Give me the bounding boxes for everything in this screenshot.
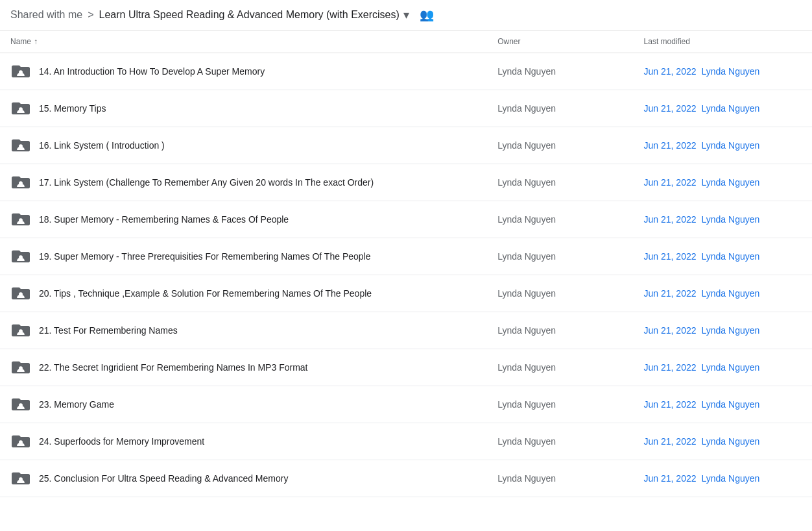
shared-folder-icon	[10, 172, 31, 193]
table-row[interactable]: 23. Memory Game Lynda Nguyen Jun 21, 202…	[0, 386, 812, 423]
owner-cell: Lynda Nguyen	[487, 386, 633, 423]
shared-folder-icon	[10, 394, 31, 415]
owner-cell: Lynda Nguyen	[487, 164, 633, 201]
file-name-cell: 20. Tips , Technique ,Example & Solution…	[10, 283, 477, 304]
modified-date: Jun 21, 2022	[644, 66, 697, 77]
modified-date: Jun 21, 2022	[644, 251, 697, 262]
modified-by: Lynda Nguyen	[702, 399, 760, 410]
breadcrumb-course-title: Learn Ultra Speed Reading & Advanced Mem…	[99, 9, 400, 21]
modified-date: Jun 21, 2022	[644, 473, 697, 484]
name-column-header: Name	[10, 37, 31, 46]
table-row[interactable]: 21. Test For Remembering Names Lynda Ngu…	[0, 312, 812, 349]
file-name-cell: 15. Memory Tips	[10, 98, 477, 119]
modified-by: Lynda Nguyen	[702, 362, 760, 373]
file-name-cell: 18. Super Memory - Remembering Names & F…	[10, 209, 477, 230]
modified-cell: Jun 21, 2022 Lynda Nguyen	[634, 275, 812, 312]
file-name-cell: 21. Test For Remembering Names	[10, 320, 477, 341]
table-row[interactable]: 16. Link System ( Introduction ) Lynda N…	[0, 127, 812, 164]
table-row[interactable]: 22. The Secret Ingridient For Rememberin…	[0, 349, 812, 386]
modified-date: Jun 21, 2022	[644, 140, 697, 151]
modified-by: Lynda Nguyen	[702, 66, 760, 77]
shared-folder-icon	[10, 320, 31, 341]
table-row[interactable]: 20. Tips , Technique ,Example & Solution…	[0, 275, 812, 312]
modified-by: Lynda Nguyen	[702, 436, 760, 447]
file-name: 18. Super Memory - Remembering Names & F…	[39, 214, 289, 225]
modified-by: Lynda Nguyen	[702, 251, 760, 262]
file-name: 24. Superfoods for Memory Improvement	[39, 436, 204, 447]
breadcrumb-current: Learn Ultra Speed Reading & Advanced Mem…	[99, 8, 409, 22]
table-row[interactable]: 14. An Introduction To How To Develop A …	[0, 53, 812, 90]
shared-folder-icon	[10, 98, 31, 119]
owner-cell: Lynda Nguyen	[487, 460, 633, 497]
shared-folder-icon	[10, 431, 31, 452]
table-row[interactable]: 19. Super Memory - Three Prerequisities …	[0, 238, 812, 275]
owner-column-header: Owner	[487, 31, 633, 53]
modified-cell: Jun 21, 2022 Lynda Nguyen	[634, 238, 812, 275]
breadcrumb-shared-link[interactable]: Shared with me	[10, 9, 82, 21]
modified-cell: Jun 21, 2022 Lynda Nguyen	[634, 386, 812, 423]
modified-date: Jun 21, 2022	[644, 325, 697, 336]
file-name: 20. Tips , Technique ,Example & Solution…	[39, 288, 372, 299]
file-name-cell: 24. Superfoods for Memory Improvement	[10, 431, 477, 452]
modified-date: Jun 21, 2022	[644, 288, 697, 299]
modified-date: Jun 21, 2022	[644, 399, 697, 410]
modified-date: Jun 21, 2022	[644, 103, 697, 114]
breadcrumb-separator: >	[88, 9, 93, 21]
shared-folder-icon	[10, 61, 31, 82]
modified-date: Jun 21, 2022	[644, 177, 697, 188]
owner-cell: Lynda Nguyen	[487, 127, 633, 164]
owner-cell: Lynda Nguyen	[487, 201, 633, 238]
shared-folder-icon	[10, 283, 31, 304]
file-name: 22. The Secret Ingridient For Rememberin…	[39, 362, 307, 373]
people-icon[interactable]: 👥	[420, 8, 434, 22]
modified-cell: Jun 21, 2022 Lynda Nguyen	[634, 90, 812, 127]
file-name: 16. Link System ( Introduction )	[39, 140, 165, 151]
chevron-down-icon[interactable]: ▾	[403, 8, 409, 22]
owner-cell: Lynda Nguyen	[487, 423, 633, 460]
table-row[interactable]: 17. Link System (Challenge To Remember A…	[0, 164, 812, 201]
modified-cell: Jun 21, 2022 Lynda Nguyen	[634, 201, 812, 238]
modified-by: Lynda Nguyen	[702, 214, 760, 225]
modified-cell: Jun 21, 2022 Lynda Nguyen	[634, 349, 812, 386]
owner-cell: Lynda Nguyen	[487, 312, 633, 349]
last-modified-column-header: Last modified	[634, 31, 812, 53]
shared-folder-icon	[10, 357, 31, 378]
modified-cell: Jun 21, 2022 Lynda Nguyen	[634, 164, 812, 201]
modified-cell: Jun 21, 2022 Lynda Nguyen	[634, 423, 812, 460]
file-name: 15. Memory Tips	[39, 103, 106, 114]
table-row[interactable]: 25. Conclusion For Ultra Speed Reading &…	[0, 460, 812, 497]
modified-cell: Jun 21, 2022 Lynda Nguyen	[634, 53, 812, 90]
file-name: 17. Link System (Challenge To Remember A…	[39, 177, 374, 188]
modified-by: Lynda Nguyen	[702, 177, 760, 188]
file-name: 19. Super Memory - Three Prerequisities …	[39, 251, 370, 262]
owner-cell: Lynda Nguyen	[487, 275, 633, 312]
file-name-cell: 19. Super Memory - Three Prerequisities …	[10, 246, 477, 267]
owner-cell: Lynda Nguyen	[487, 53, 633, 90]
file-name-cell: 14. An Introduction To How To Develop A …	[10, 61, 477, 82]
sort-ascending-icon[interactable]: ↑	[34, 37, 38, 46]
modified-cell: Jun 21, 2022 Lynda Nguyen	[634, 460, 812, 497]
file-name-cell: 22. The Secret Ingridient For Rememberin…	[10, 357, 477, 378]
file-name: 21. Test For Remembering Names	[39, 325, 178, 336]
breadcrumb: Shared with me > Learn Ultra Speed Readi…	[0, 0, 812, 31]
file-table: Name ↑ Owner Last modified 14. An Introd…	[0, 31, 812, 497]
file-name-cell: 17. Link System (Challenge To Remember A…	[10, 172, 477, 193]
modified-cell: Jun 21, 2022 Lynda Nguyen	[634, 127, 812, 164]
file-name: 23. Memory Game	[39, 399, 114, 410]
table-row[interactable]: 24. Superfoods for Memory Improvement Ly…	[0, 423, 812, 460]
modified-date: Jun 21, 2022	[644, 436, 697, 447]
shared-folder-icon	[10, 209, 31, 230]
file-name: 14. An Introduction To How To Develop A …	[39, 66, 265, 77]
modified-by: Lynda Nguyen	[702, 325, 760, 336]
owner-cell: Lynda Nguyen	[487, 90, 633, 127]
table-row[interactable]: 15. Memory Tips Lynda Nguyen Jun 21, 202…	[0, 90, 812, 127]
table-row[interactable]: 18. Super Memory - Remembering Names & F…	[0, 201, 812, 238]
file-name-cell: 25. Conclusion For Ultra Speed Reading &…	[10, 468, 477, 489]
modified-by: Lynda Nguyen	[702, 473, 760, 484]
owner-cell: Lynda Nguyen	[487, 238, 633, 275]
modified-by: Lynda Nguyen	[702, 103, 760, 114]
shared-folder-icon	[10, 468, 31, 489]
owner-cell: Lynda Nguyen	[487, 349, 633, 386]
modified-date: Jun 21, 2022	[644, 362, 697, 373]
modified-cell: Jun 21, 2022 Lynda Nguyen	[634, 312, 812, 349]
